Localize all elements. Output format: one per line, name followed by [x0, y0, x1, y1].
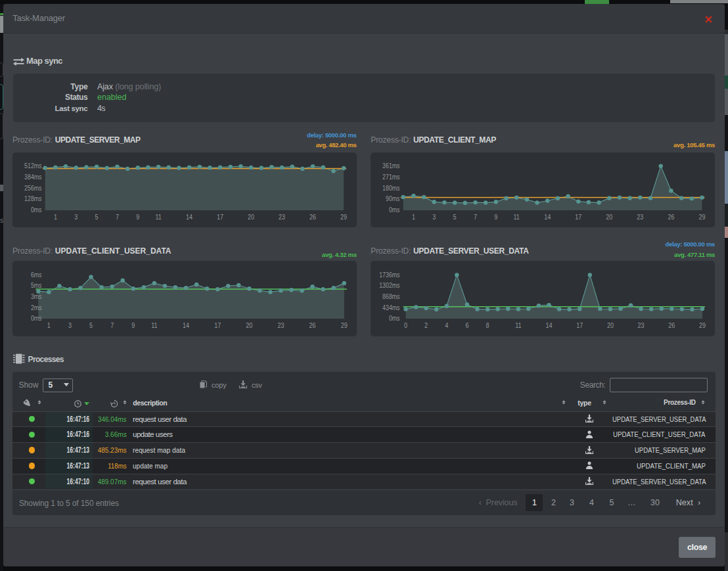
- svg-text:23: 23: [277, 321, 284, 329]
- svg-text:14: 14: [544, 213, 551, 221]
- svg-text:384ms: 384ms: [24, 173, 42, 181]
- svg-text:9: 9: [136, 213, 139, 221]
- svg-text:26: 26: [309, 321, 316, 329]
- svg-text:20: 20: [246, 321, 252, 329]
- svg-text:6ms: 6ms: [31, 271, 42, 279]
- svg-text:23: 23: [637, 213, 643, 221]
- svg-text:5: 5: [89, 321, 93, 329]
- svg-text:128ms: 128ms: [24, 195, 42, 203]
- svg-text:7: 7: [110, 321, 114, 329]
- svg-text:29: 29: [341, 321, 348, 329]
- svg-text:17: 17: [217, 213, 223, 221]
- svg-text:90ms: 90ms: [386, 195, 400, 203]
- svg-text:14: 14: [186, 213, 193, 221]
- svg-text:0ms: 0ms: [389, 315, 400, 323]
- svg-text:29: 29: [698, 213, 705, 221]
- svg-text:17: 17: [576, 321, 583, 329]
- svg-text:14: 14: [545, 321, 552, 329]
- svg-text:2: 2: [424, 321, 428, 329]
- svg-text:1: 1: [54, 213, 57, 221]
- svg-text:7: 7: [116, 213, 119, 221]
- svg-text:1736ms: 1736ms: [379, 271, 400, 279]
- svg-text:23: 23: [279, 213, 285, 221]
- svg-text:11: 11: [515, 321, 521, 329]
- svg-text:6: 6: [465, 321, 468, 329]
- svg-text:20: 20: [607, 321, 614, 329]
- svg-text:11: 11: [151, 321, 157, 329]
- svg-text:29: 29: [340, 213, 347, 221]
- svg-text:14: 14: [183, 321, 189, 329]
- svg-text:256ms: 256ms: [24, 184, 42, 192]
- svg-text:11: 11: [155, 213, 161, 221]
- svg-text:868ms: 868ms: [382, 292, 400, 300]
- svg-text:20: 20: [248, 213, 254, 221]
- svg-text:26: 26: [309, 213, 316, 221]
- svg-text:3: 3: [68, 321, 72, 329]
- svg-text:23: 23: [638, 321, 645, 329]
- svg-text:5: 5: [453, 213, 457, 221]
- svg-text:5: 5: [95, 213, 99, 221]
- svg-text:29: 29: [699, 321, 706, 329]
- svg-text:180ms: 180ms: [382, 184, 400, 192]
- svg-text:1302ms: 1302ms: [379, 282, 400, 290]
- svg-text:26: 26: [668, 321, 675, 329]
- svg-text:17: 17: [214, 321, 221, 329]
- svg-text:20: 20: [606, 213, 612, 221]
- svg-text:7: 7: [474, 213, 477, 221]
- svg-text:4: 4: [445, 321, 448, 329]
- svg-text:0: 0: [404, 321, 407, 329]
- svg-text:11: 11: [514, 213, 520, 221]
- svg-text:512ms: 512ms: [24, 162, 42, 170]
- svg-text:434ms: 434ms: [382, 304, 400, 311]
- svg-text:3: 3: [74, 213, 78, 221]
- svg-text:8: 8: [486, 321, 489, 329]
- svg-text:1: 1: [412, 213, 415, 221]
- svg-text:361ms: 361ms: [382, 162, 400, 170]
- svg-text:0ms: 0ms: [31, 206, 42, 214]
- svg-text:5ms: 5ms: [31, 282, 42, 290]
- svg-text:0ms: 0ms: [389, 206, 400, 214]
- svg-text:9: 9: [494, 213, 497, 221]
- svg-text:271ms: 271ms: [382, 173, 400, 181]
- svg-text:3: 3: [432, 213, 436, 221]
- svg-text:26: 26: [668, 213, 674, 221]
- svg-text:17: 17: [575, 213, 581, 221]
- svg-text:1: 1: [47, 321, 51, 329]
- svg-text:9: 9: [131, 321, 135, 329]
